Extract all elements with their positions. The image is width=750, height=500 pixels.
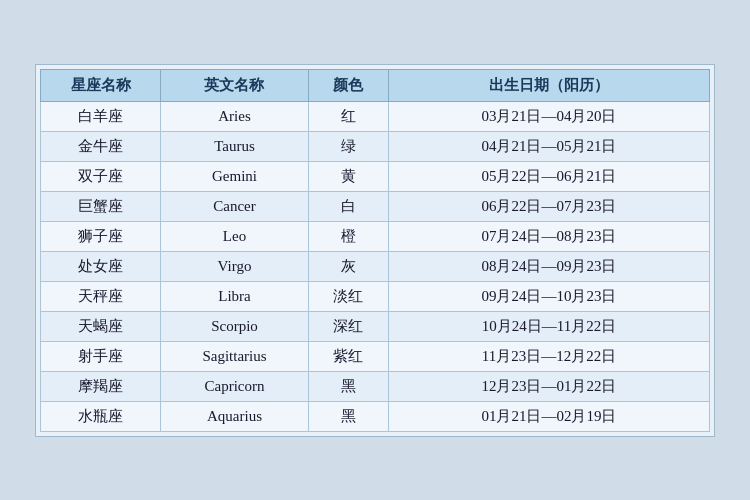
cell-english: Aries xyxy=(161,101,308,131)
cell-color: 黑 xyxy=(308,401,388,431)
cell-color: 淡红 xyxy=(308,281,388,311)
table-row: 巨蟹座Cancer白06月22日—07月23日 xyxy=(41,191,710,221)
table-row: 水瓶座Aquarius黑01月21日—02月19日 xyxy=(41,401,710,431)
cell-english: Virgo xyxy=(161,251,308,281)
cell-english: Leo xyxy=(161,221,308,251)
zodiac-table: 星座名称 英文名称 颜色 出生日期（阳历） 白羊座Aries红03月21日—04… xyxy=(40,69,710,432)
table-row: 天蝎座Scorpio深红10月24日—11月22日 xyxy=(41,311,710,341)
header-color: 颜色 xyxy=(308,69,388,101)
cell-english: Libra xyxy=(161,281,308,311)
table-row: 金牛座Taurus绿04月21日—05月21日 xyxy=(41,131,710,161)
cell-chinese: 处女座 xyxy=(41,251,161,281)
cell-chinese: 狮子座 xyxy=(41,221,161,251)
cell-date: 06月22日—07月23日 xyxy=(388,191,709,221)
zodiac-table-container: 星座名称 英文名称 颜色 出生日期（阳历） 白羊座Aries红03月21日—04… xyxy=(35,64,715,437)
table-row: 摩羯座Capricorn黑12月23日—01月22日 xyxy=(41,371,710,401)
cell-chinese: 水瓶座 xyxy=(41,401,161,431)
cell-english: Cancer xyxy=(161,191,308,221)
table-row: 天秤座Libra淡红09月24日—10月23日 xyxy=(41,281,710,311)
header-english-name: 英文名称 xyxy=(161,69,308,101)
cell-color: 红 xyxy=(308,101,388,131)
cell-color: 黑 xyxy=(308,371,388,401)
cell-english: Capricorn xyxy=(161,371,308,401)
cell-english: Taurus xyxy=(161,131,308,161)
cell-chinese: 双子座 xyxy=(41,161,161,191)
cell-chinese: 天秤座 xyxy=(41,281,161,311)
table-row: 处女座Virgo灰08月24日—09月23日 xyxy=(41,251,710,281)
table-header-row: 星座名称 英文名称 颜色 出生日期（阳历） xyxy=(41,69,710,101)
cell-color: 紫红 xyxy=(308,341,388,371)
header-chinese-name: 星座名称 xyxy=(41,69,161,101)
cell-date: 12月23日—01月22日 xyxy=(388,371,709,401)
cell-chinese: 天蝎座 xyxy=(41,311,161,341)
cell-date: 01月21日—02月19日 xyxy=(388,401,709,431)
cell-english: Aquarius xyxy=(161,401,308,431)
table-row: 狮子座Leo橙07月24日—08月23日 xyxy=(41,221,710,251)
cell-date: 07月24日—08月23日 xyxy=(388,221,709,251)
cell-date: 04月21日—05月21日 xyxy=(388,131,709,161)
cell-color: 黄 xyxy=(308,161,388,191)
table-row: 射手座Sagittarius紫红11月23日—12月22日 xyxy=(41,341,710,371)
cell-date: 03月21日—04月20日 xyxy=(388,101,709,131)
cell-color: 橙 xyxy=(308,221,388,251)
cell-chinese: 巨蟹座 xyxy=(41,191,161,221)
cell-english: Scorpio xyxy=(161,311,308,341)
cell-color: 白 xyxy=(308,191,388,221)
cell-date: 08月24日—09月23日 xyxy=(388,251,709,281)
cell-english: Gemini xyxy=(161,161,308,191)
header-date: 出生日期（阳历） xyxy=(388,69,709,101)
table-row: 双子座Gemini黄05月22日—06月21日 xyxy=(41,161,710,191)
cell-chinese: 金牛座 xyxy=(41,131,161,161)
cell-date: 09月24日—10月23日 xyxy=(388,281,709,311)
cell-chinese: 白羊座 xyxy=(41,101,161,131)
cell-english: Sagittarius xyxy=(161,341,308,371)
cell-chinese: 摩羯座 xyxy=(41,371,161,401)
table-row: 白羊座Aries红03月21日—04月20日 xyxy=(41,101,710,131)
cell-chinese: 射手座 xyxy=(41,341,161,371)
cell-color: 灰 xyxy=(308,251,388,281)
cell-date: 11月23日—12月22日 xyxy=(388,341,709,371)
cell-date: 05月22日—06月21日 xyxy=(388,161,709,191)
cell-date: 10月24日—11月22日 xyxy=(388,311,709,341)
cell-color: 绿 xyxy=(308,131,388,161)
cell-color: 深红 xyxy=(308,311,388,341)
